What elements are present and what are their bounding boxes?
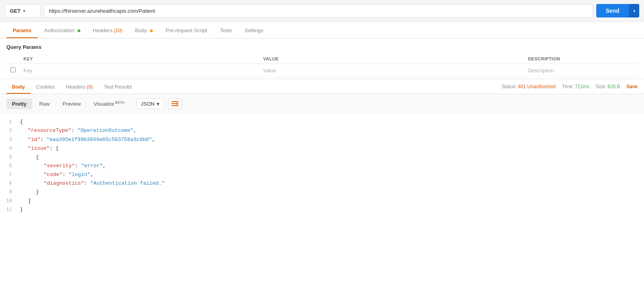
- view-pretty-button[interactable]: Pretty: [6, 99, 32, 109]
- response-meta: Status: 401 Unauthorized Time: 721ms Siz…: [502, 84, 638, 89]
- json-line-9: 9 }: [0, 188, 644, 197]
- json-line-8: 8 "diagnostics": "Authentication failed.…: [0, 179, 644, 188]
- view-preview-button[interactable]: Preview: [57, 99, 86, 109]
- url-input[interactable]: [44, 4, 593, 17]
- key-placeholder: Key: [23, 68, 32, 73]
- response-tabs-row: Body Cookies Headers (9) Test Results St…: [0, 79, 644, 94]
- tab-body[interactable]: Body: [129, 22, 159, 38]
- desc-cell[interactable]: Description: [524, 64, 638, 77]
- tab-params[interactable]: Params: [6, 22, 38, 38]
- params-table: KEY VALUE DESCRIPTION Key Value Descript…: [6, 54, 638, 77]
- authorization-dot: [78, 29, 80, 32]
- send-arrow-button[interactable]: ▾: [629, 4, 639, 17]
- table-row: Key Value Description: [6, 64, 638, 77]
- tab-authorization[interactable]: Authorization: [38, 22, 87, 38]
- query-params-section: Query Params KEY VALUE DESCRIPTION Key V…: [0, 39, 644, 77]
- method-chevron-icon: ▾: [23, 9, 25, 13]
- size-label: Size: 626 B: [596, 84, 620, 89]
- json-line-6: 6 "severity": "error",: [0, 162, 644, 170]
- check-col-header: [6, 54, 19, 64]
- view-raw-button[interactable]: Raw: [34, 99, 55, 109]
- desc-col-header: DESCRIPTION: [524, 54, 638, 64]
- key-col-header: KEY: [19, 54, 259, 64]
- json-line-2: 2 "resourceType": "OperationOutcome",: [0, 126, 644, 135]
- value-cell[interactable]: Value: [259, 64, 524, 77]
- size-value: 626 B: [608, 84, 620, 89]
- send-btn-group: Send ▾: [596, 4, 639, 17]
- json-line-10: 10 ]: [0, 197, 644, 205]
- svg-rect-1: [171, 103, 177, 104]
- svg-rect-0: [171, 101, 179, 102]
- svg-rect-2: [171, 105, 179, 106]
- resp-tab-body[interactable]: Body: [6, 79, 31, 94]
- json-line-7: 7 "code": "login",: [0, 170, 644, 179]
- request-tabs: Params Authorization Headers (10) Body P…: [0, 22, 644, 39]
- json-line-5: 5 {: [0, 153, 644, 162]
- status-value: 401 Unauthorized: [518, 84, 556, 89]
- tab-pre-request-script[interactable]: Pre-request Script: [159, 22, 214, 38]
- beta-badge: BETA: [115, 100, 125, 104]
- json-line-4: 4 "issue": [: [0, 144, 644, 153]
- headers-badge: (10): [114, 28, 122, 33]
- tab-headers[interactable]: Headers (10): [87, 22, 129, 38]
- wrap-icon: [171, 101, 179, 106]
- resp-tab-cookies[interactable]: Cookies: [31, 79, 60, 94]
- json-viewer: 1 { 2 "resourceType": "OperationOutcome"…: [0, 114, 644, 218]
- format-chevron-icon: ▾: [157, 101, 160, 107]
- json-line-3: 3 "id": "eaa395e1f99b3849a65c583758a3c9b…: [0, 135, 644, 144]
- resp-tab-test-results[interactable]: Test Results: [98, 79, 138, 94]
- tab-tests[interactable]: Tests: [214, 22, 238, 38]
- value-placeholder: Value: [263, 68, 276, 73]
- tab-settings[interactable]: Settings: [238, 22, 270, 38]
- view-visualize-button[interactable]: VisualizeBETA: [88, 98, 130, 109]
- resp-body-toolbar: Pretty Raw Preview VisualizeBETA JSON ▾: [0, 94, 644, 114]
- time-label: Time: 721ms: [562, 84, 590, 89]
- status-label: Status: 401 Unauthorized: [502, 84, 555, 89]
- send-button[interactable]: Send: [596, 4, 629, 17]
- save-response-button[interactable]: Save: [626, 84, 638, 89]
- format-select[interactable]: JSON ▾: [136, 99, 164, 109]
- value-col-header: VALUE: [259, 54, 524, 64]
- row-checkbox[interactable]: [6, 64, 19, 77]
- resp-tab-headers[interactable]: Headers (9): [60, 79, 98, 94]
- body-dot: [150, 29, 153, 32]
- time-value: 721ms: [575, 84, 590, 89]
- param-checkbox[interactable]: [10, 67, 16, 72]
- method-select[interactable]: GET ▾: [5, 4, 41, 17]
- method-label: GET: [10, 8, 21, 14]
- query-params-title: Query Params: [6, 44, 638, 50]
- key-cell[interactable]: Key: [19, 64, 259, 77]
- desc-placeholder: Description: [528, 68, 554, 73]
- response-section: Body Cookies Headers (9) Test Results St…: [0, 79, 644, 218]
- json-line-11: 11 }: [0, 205, 644, 214]
- resp-headers-badge: (9): [87, 84, 93, 90]
- response-tabs: Body Cookies Headers (9) Test Results: [6, 79, 502, 94]
- json-line-1: 1 {: [0, 118, 644, 126]
- wrap-button[interactable]: [168, 98, 182, 109]
- url-bar: GET ▾ Send ▾: [0, 0, 644, 22]
